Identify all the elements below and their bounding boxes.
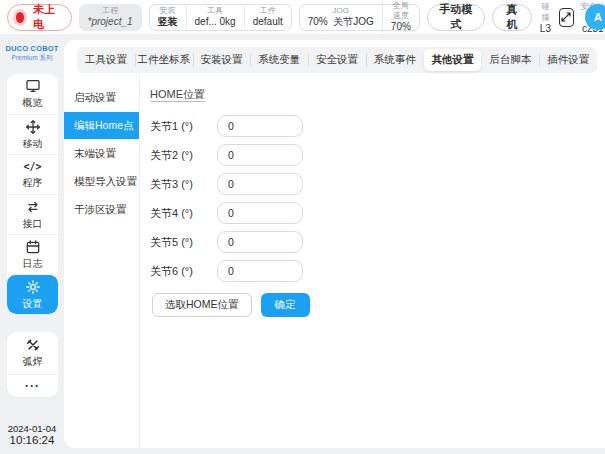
extra-nav: 弧焊 ··· xyxy=(7,332,58,397)
avatar[interactable]: A xyxy=(585,4,605,30)
sidebar-item-label: 设置 xyxy=(23,297,43,311)
more-button[interactable]: ··· xyxy=(7,374,58,397)
tool-value: def... 0kg xyxy=(195,16,236,28)
joint6-input[interactable] xyxy=(217,260,303,282)
collision-value: L3 xyxy=(539,23,551,34)
workpiece-segment: 工件 default xyxy=(244,6,291,28)
mount-label: 安装 xyxy=(158,6,178,16)
main-nav: 概览 移动 </> 程序 接口 日志 设置 xyxy=(7,74,58,314)
sidebar-item-label: 移动 xyxy=(23,137,43,151)
joint-row: 关节6 (°) xyxy=(150,260,605,282)
sidebar-item-label: 接口 xyxy=(23,217,43,231)
joint-row: 关节1 (°) xyxy=(150,115,605,137)
joint2-input[interactable] xyxy=(217,144,303,166)
home-position-section: HOME位置 关节1 (°) 关节2 (°) 关节3 (°) 关节4 (°) 关… xyxy=(140,73,605,448)
power-status-pill[interactable]: 未上电 xyxy=(7,4,72,31)
mount-value: 竖装 xyxy=(158,16,178,28)
jog-pill[interactable]: JOG 70% 关节JOG 全局速度 70% xyxy=(299,4,420,31)
tab-workpiece-frame[interactable]: 工件坐标系 xyxy=(135,47,193,73)
submenu-item-startup[interactable]: 启动设置 xyxy=(64,84,139,111)
sidebar-item-overview[interactable]: 概览 xyxy=(7,74,58,114)
global-speed-label: 全局速度 xyxy=(391,1,411,21)
joint4-label: 关节4 (°) xyxy=(150,206,217,221)
workpiece-label: 工件 xyxy=(253,6,283,16)
tab-plugin-settings[interactable]: 插件设置 xyxy=(539,47,597,73)
joint1-input[interactable] xyxy=(217,115,303,137)
tab-background-script[interactable]: 后台脚本 xyxy=(481,47,539,73)
submenu-item-edit-home[interactable]: 编辑Home点 xyxy=(64,112,139,139)
panel-body: 启动设置 编辑Home点 末端设置 模型导入设置 干涉区设置 HOME位置 关节… xyxy=(64,73,605,448)
gear-icon xyxy=(25,279,41,295)
tab-system-variables[interactable]: 系统变量 xyxy=(250,47,308,73)
submenu-item-end-effector[interactable]: 末端设置 xyxy=(64,140,139,167)
tab-safety-settings[interactable]: 安全设置 xyxy=(308,47,366,73)
mount-segment: 安装 竖装 xyxy=(150,6,186,28)
tab-install-settings[interactable]: 安装设置 xyxy=(193,47,251,73)
current-time: 10:16:24 xyxy=(0,434,64,446)
calendar-icon xyxy=(25,239,41,255)
project-pill[interactable]: 工程 *project_1 xyxy=(79,4,142,31)
tab-system-events[interactable]: 系统事件 xyxy=(366,47,424,73)
tool-segment: 工具 def... 0kg xyxy=(186,6,244,28)
submenu-item-model-import[interactable]: 模型导入设置 xyxy=(64,168,139,195)
confirm-button[interactable]: 确定 xyxy=(261,293,310,317)
global-speed-segment: 全局速度 70% xyxy=(382,1,419,33)
joint6-label: 关节6 (°) xyxy=(150,264,217,279)
move-icon xyxy=(25,119,41,135)
tab-other-settings[interactable]: 其他设置 xyxy=(424,49,482,71)
sidebar-item-label: 日志 xyxy=(23,257,43,271)
sidebar-item-interface[interactable]: 接口 xyxy=(7,194,58,234)
sidebar-item-label: 弧焊 xyxy=(23,355,43,369)
joint3-input[interactable] xyxy=(217,173,303,195)
sidebar-item-arc-welding[interactable]: 弧焊 xyxy=(7,332,58,374)
collision-arrows-icon[interactable] xyxy=(559,8,574,27)
brand-title: DUCO COBOT xyxy=(0,44,64,53)
topbar: 未上电 工程 *project_1 安装 竖装 工具 def... 0kg 工件… xyxy=(0,0,605,34)
brand-logo: DUCO COBOT Premium 系列 xyxy=(0,44,64,62)
joint-row: 关节2 (°) xyxy=(150,144,605,166)
setup-pill[interactable]: 安装 竖装 工具 def... 0kg 工件 default xyxy=(149,4,292,31)
left-sidebar: DUCO COBOT Premium 系列 概览 移动 </> 程序 接口 xyxy=(0,34,64,454)
pick-home-position-button[interactable]: 选取HOME位置 xyxy=(152,293,252,317)
joint-row: 关节4 (°) xyxy=(150,202,605,224)
project-label: 工程 xyxy=(102,6,118,16)
sidebar-item-label: 程序 xyxy=(23,176,43,190)
collision-label: 碰撞 xyxy=(539,1,551,23)
sidebar-item-log[interactable]: 日志 xyxy=(7,234,58,274)
manual-mode-button[interactable]: 手动模式 xyxy=(427,4,485,31)
sidebar-item-move[interactable]: 移动 xyxy=(7,114,58,154)
jog-segment: JOG 70% 关节JOG xyxy=(300,6,382,28)
sidebar-item-program[interactable]: </> 程序 xyxy=(7,154,58,194)
sidebar-item-label: 概览 xyxy=(23,96,43,110)
workpiece-value: default xyxy=(253,16,283,28)
ellipsis-icon: ··· xyxy=(25,379,40,393)
collision-stat: 碰撞 L3 xyxy=(539,1,551,34)
sidebar-item-settings[interactable]: 设置 xyxy=(7,274,58,314)
joint2-label: 关节2 (°) xyxy=(150,148,217,163)
current-date: 2024-01-04 xyxy=(0,423,64,434)
joint1-label: 关节1 (°) xyxy=(150,119,217,134)
clock: 2024-01-04 10:16:24 xyxy=(0,423,64,446)
section-title: HOME位置 xyxy=(150,87,605,102)
cycle-icon xyxy=(25,199,41,215)
joint3-label: 关节3 (°) xyxy=(150,177,217,192)
joint-row: 关节3 (°) xyxy=(150,173,605,195)
project-value: *project_1 xyxy=(88,16,133,28)
submenu-item-interference-zone[interactable]: 干涉区设置 xyxy=(64,196,139,223)
joint5-label: 关节5 (°) xyxy=(150,235,217,250)
welding-torch-icon xyxy=(25,337,41,353)
power-status-label: 未上电 xyxy=(33,2,57,32)
monitor-icon xyxy=(25,78,41,94)
settings-panel: 工具设置 工件坐标系 安装设置 系统变量 安全设置 系统事件 其他设置 后台脚本… xyxy=(64,40,605,448)
machine-button[interactable]: 真机 xyxy=(492,4,533,31)
jog-value: 70% 关节JOG xyxy=(308,16,374,28)
joint5-input[interactable] xyxy=(217,231,303,253)
button-row: 选取HOME位置 确定 xyxy=(152,293,605,317)
joint-row: 关节5 (°) xyxy=(150,231,605,253)
tool-label: 工具 xyxy=(195,6,236,16)
brand-subtitle: Premium 系列 xyxy=(0,53,64,62)
tab-tool-settings[interactable]: 工具设置 xyxy=(77,47,135,73)
joint4-input[interactable] xyxy=(217,202,303,224)
settings-tabbar: 工具设置 工件坐标系 安装设置 系统变量 安全设置 系统事件 其他设置 后台脚本… xyxy=(77,47,597,73)
global-speed-value: 70% xyxy=(391,21,411,33)
